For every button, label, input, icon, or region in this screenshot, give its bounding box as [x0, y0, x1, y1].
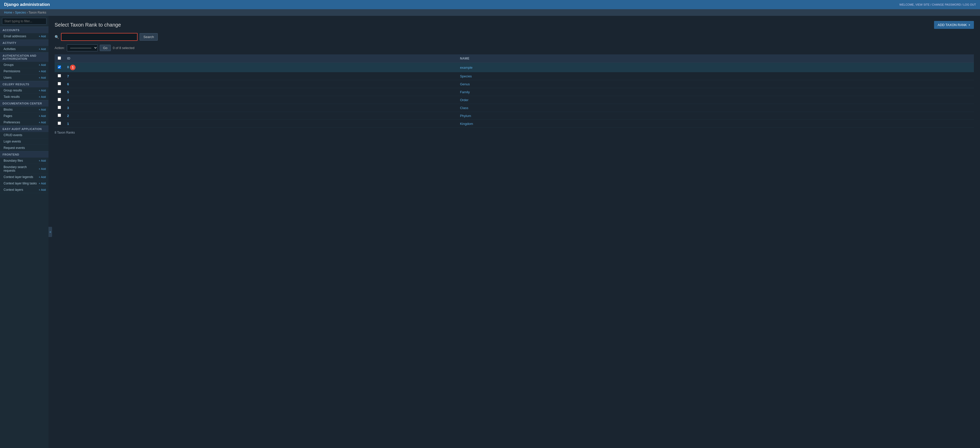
table-row[interactable]: 2Phylum	[55, 112, 974, 120]
sidebar-item-label-request-events: Request events	[3, 146, 46, 150]
sidebar-item-context-layers[interactable]: Context layers+ Add	[0, 187, 48, 193]
row-checkbox-7[interactable]	[58, 74, 61, 77]
row-name-4[interactable]: Order	[457, 96, 974, 104]
sidebar-add-pages[interactable]: + Add	[39, 115, 46, 118]
row-id-4[interactable]: 4	[64, 96, 457, 104]
table-header: ID NAME	[55, 54, 974, 63]
go-button[interactable]: Go	[100, 45, 111, 51]
table-body: 81example7Species6Genus5Family4Order3Cla…	[55, 63, 974, 128]
sidebar-item-label-context-layer-tiling-tasks: Context layer tiling tasks	[3, 182, 39, 185]
row-checkbox-8[interactable]	[58, 65, 61, 69]
row-id-1[interactable]: 1	[64, 120, 457, 128]
sidebar-add-context-layers[interactable]: + Add	[39, 188, 46, 191]
sidebar-item-activities[interactable]: Activities+ Add	[0, 46, 48, 53]
sidebar-add-task-results[interactable]: + Add	[39, 95, 46, 98]
table-row[interactable]: 5Family	[55, 88, 974, 96]
search-icon: 🔍	[55, 35, 59, 39]
search-button[interactable]: Search	[140, 33, 158, 41]
sidebar-item-group-results[interactable]: Group results+ Add	[0, 87, 48, 94]
add-button-label: ADD TAXON RANK	[938, 23, 967, 27]
row-checkbox-6[interactable]	[58, 82, 61, 85]
sidebar-add-context-layer-legends[interactable]: + Add	[39, 175, 46, 179]
row-name-2[interactable]: Phylum	[457, 112, 974, 120]
table-row[interactable]: 81example	[55, 63, 974, 72]
add-icon: +	[968, 23, 970, 27]
action-select[interactable]: ─────────	[67, 45, 98, 51]
sidebar-add-blocks[interactable]: + Add	[39, 108, 46, 111]
search-input[interactable]	[61, 33, 138, 41]
sidebar-item-context-layer-tiling-tasks[interactable]: Context layer tiling tasks+ Add	[0, 180, 48, 187]
sidebar-item-boundary-files[interactable]: Boundary files+ Add	[0, 158, 48, 164]
row-checkbox-4[interactable]	[58, 98, 61, 101]
sidebar-add-groups[interactable]: + Add	[39, 63, 46, 66]
row-id-8[interactable]: 81	[64, 63, 457, 72]
sidebar-filter-input[interactable]	[2, 18, 46, 24]
sidebar-item-crud-events[interactable]: CRUD events	[0, 132, 48, 139]
breadcrumb-home[interactable]: Home	[4, 11, 12, 14]
log-out-link[interactable]: LOG OUT	[963, 3, 976, 6]
selected-count: 0 of 8 selected	[113, 46, 135, 50]
sidebar-item-preferences[interactable]: Preferences+ Add	[0, 119, 48, 126]
row-id-3[interactable]: 3	[64, 104, 457, 112]
table-row[interactable]: 1Kingdom	[55, 120, 974, 128]
row-name-1[interactable]: Kingdom	[457, 120, 974, 128]
breadcrumb-species[interactable]: Species	[15, 11, 26, 14]
add-taxon-rank-button[interactable]: ADD TAXON RANK +	[934, 21, 974, 29]
sidebar-item-task-results[interactable]: Task results+ Add	[0, 94, 48, 100]
row-name-3[interactable]: Class	[457, 104, 974, 112]
sidebar-add-group-results[interactable]: + Add	[39, 89, 46, 92]
sidebar-item-users[interactable]: Users+ Add	[0, 75, 48, 81]
search-bar: 🔍 Search	[55, 33, 974, 41]
row-id-7[interactable]: 7	[64, 72, 457, 80]
select-all-cell	[55, 54, 64, 63]
table-row[interactable]: 4Order	[55, 96, 974, 104]
sidebar-item-boundary-search-requests[interactable]: Boundary search requests+ Add	[0, 164, 48, 174]
col-id[interactable]: ID	[64, 54, 457, 63]
sidebar: ACCOUNTSEmail addresses+ AddACTIVITYActi…	[0, 16, 48, 448]
row-checkbox-5[interactable]	[58, 90, 61, 93]
row-checkbox-1[interactable]	[58, 121, 61, 125]
row-name-7[interactable]: Species	[457, 72, 974, 80]
sidebar-section-celery: CELERY RESULTS	[0, 81, 48, 87]
sidebar-item-request-events[interactable]: Request events	[0, 145, 48, 151]
sidebar-item-pages[interactable]: Pages+ Add	[0, 113, 48, 119]
sidebar-item-email-addresses[interactable]: Email addresses+ Add	[0, 33, 48, 40]
row-id-5[interactable]: 5	[64, 88, 457, 96]
sidebar-add-users[interactable]: + Add	[39, 76, 46, 79]
sidebar-add-boundary-files[interactable]: + Add	[39, 159, 46, 162]
table-row[interactable]: 3Class	[55, 104, 974, 112]
sidebar-item-blocks[interactable]: Blocks+ Add	[0, 107, 48, 113]
sidebar-add-context-layer-tiling-tasks[interactable]: + Add	[39, 182, 46, 185]
row-id-2[interactable]: 2	[64, 112, 457, 120]
select-all-checkbox[interactable]	[58, 56, 61, 60]
actions-bar: Action: ───────── Go 0 of 8 selected	[55, 45, 974, 51]
sidebar-add-activities[interactable]: + Add	[39, 48, 46, 51]
sidebar-add-boundary-search-requests[interactable]: + Add	[39, 167, 46, 171]
site-title: Django administration	[4, 2, 50, 7]
sidebar-item-groups[interactable]: Groups+ Add	[0, 62, 48, 68]
sidebar-add-email-addresses[interactable]: + Add	[39, 35, 46, 38]
row-name-8[interactable]: example	[457, 63, 974, 72]
sidebar-item-context-layer-legends[interactable]: Context layer legends+ Add	[0, 174, 48, 180]
sidebar-item-label-context-layer-legends: Context layer legends	[3, 175, 39, 179]
table-row[interactable]: 6Genus	[55, 80, 974, 88]
col-name[interactable]: NAME	[457, 54, 974, 63]
view-site-link[interactable]: VIEW SITE	[915, 3, 930, 6]
row-name-5[interactable]: Family	[457, 88, 974, 96]
sidebar-item-login-events[interactable]: Login events	[0, 139, 48, 145]
sidebar-section-accounts: ACCOUNTS	[0, 27, 48, 33]
sidebar-add-preferences[interactable]: + Add	[39, 121, 46, 124]
sidebar-item-permissions[interactable]: Permissions+ Add	[0, 68, 48, 75]
row-name-6[interactable]: Genus	[457, 80, 974, 88]
row-checkbox-3[interactable]	[58, 106, 61, 109]
sidebar-item-label-pages: Pages	[3, 114, 39, 118]
sidebar-collapse-button[interactable]: «	[48, 227, 52, 237]
table-row[interactable]: 7Species	[55, 72, 974, 80]
row-id-6[interactable]: 6	[64, 80, 457, 88]
row-checkbox-2[interactable]	[58, 114, 61, 117]
sidebar-section-frontend: FRONTEND	[0, 151, 48, 158]
change-password-link[interactable]: CHANGE PASSWORD	[932, 3, 961, 6]
sidebar-add-permissions[interactable]: + Add	[39, 70, 46, 73]
sidebar-item-label-boundary-search-requests: Boundary search requests	[3, 165, 39, 172]
top-bar: Django administration WELCOME, VIEW SITE…	[0, 0, 980, 9]
